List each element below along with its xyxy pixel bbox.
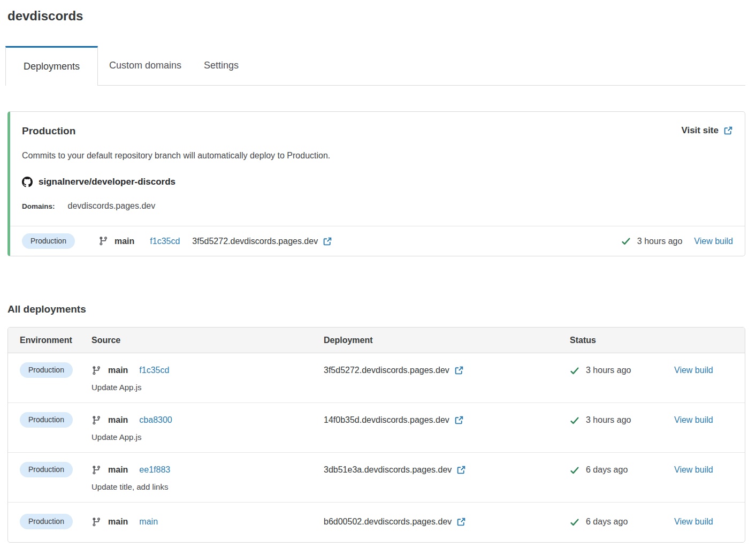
tab-bar: Deployments Custom domains Settings [5, 46, 745, 86]
production-card: Production Visit site Commits to your de… [7, 111, 745, 256]
column-header-environment: Environment [20, 336, 91, 345]
external-link-icon[interactable] [456, 517, 466, 527]
table-header: Environment Source Deployment Status [8, 328, 745, 353]
deployment-time: 3 hours ago [586, 414, 631, 427]
external-link-icon[interactable] [454, 366, 464, 375]
environment-badge: Production [22, 233, 75, 249]
check-icon [570, 366, 579, 375]
git-branch-icon [98, 236, 109, 246]
deployment-url[interactable]: 3f5d5272.devdiscords.pages.dev [192, 237, 318, 246]
column-header-status: Status [570, 336, 674, 345]
environment-badge: Production [20, 462, 73, 477]
check-icon [570, 518, 579, 527]
commit-link[interactable]: main [139, 515, 158, 528]
git-branch-icon [91, 465, 102, 475]
check-icon [570, 416, 579, 425]
deployment-url[interactable]: 14f0b35d.devdiscords.pages.dev [324, 414, 449, 427]
repository-link[interactable]: signalnerve/developer-discords [39, 177, 175, 187]
github-icon [22, 177, 33, 187]
commit-message: Update title, add links [91, 482, 324, 492]
view-build-link[interactable]: View build [674, 517, 713, 526]
deployment-time: 6 days ago [586, 463, 628, 476]
view-build-link[interactable]: View build [674, 415, 713, 424]
external-link-icon[interactable] [456, 465, 466, 475]
branch-name: main [114, 237, 134, 246]
domains-value: devdiscords.pages.dev [68, 201, 156, 211]
deployments-table: Environment Source Deployment Status Pro… [7, 327, 745, 543]
visit-site-label: Visit site [681, 125, 719, 136]
branch-name: main [108, 364, 128, 377]
table-row: Production main main b6d00502.devdiscord… [8, 502, 745, 542]
deployment-url[interactable]: 3f5d5272.devdiscords.pages.dev [324, 364, 449, 377]
branch-name: main [108, 414, 128, 427]
tab-settings[interactable]: Settings [193, 46, 250, 85]
external-link-icon[interactable] [454, 415, 464, 425]
branch-name: main [108, 515, 128, 528]
deployment-url[interactable]: b6d00502.devdiscords.pages.dev [324, 515, 452, 528]
environment-badge: Production [20, 362, 73, 378]
production-card-title: Production [22, 125, 75, 137]
domains-label: Domains: [22, 202, 55, 210]
tab-custom-domains[interactable]: Custom domains [98, 46, 193, 85]
commit-link[interactable]: f1c35cd [139, 364, 169, 377]
external-link-icon[interactable] [323, 237, 332, 246]
table-row: Production main f1c35cd Update App.js 3f… [8, 353, 745, 402]
view-build-link[interactable]: View build [674, 465, 713, 474]
commit-link[interactable]: ee1f883 [139, 463, 170, 476]
git-branch-icon [91, 366, 102, 376]
git-branch-icon [91, 415, 102, 425]
view-build-link[interactable]: View build [674, 366, 713, 375]
production-deployment-row: Production main f1c35cd 3f5d5272.devdisc… [10, 226, 745, 256]
git-branch-icon [91, 517, 102, 527]
branch-name: main [108, 463, 128, 476]
table-row: Production main ee1f883 Update title, ad… [8, 452, 745, 502]
column-header-deployment: Deployment [324, 336, 570, 345]
deployment-url[interactable]: 3db51e3a.devdiscords.pages.dev [324, 463, 452, 476]
all-deployments-title: All deployments [7, 303, 756, 315]
page-title: devdiscords [7, 9, 756, 24]
tab-deployments[interactable]: Deployments [5, 46, 98, 86]
deployment-time: 3 hours ago [586, 364, 631, 377]
environment-badge: Production [20, 412, 73, 428]
table-row: Production main cba8300 Update App.js 14… [8, 402, 745, 452]
visit-site-link[interactable]: Visit site [681, 125, 733, 136]
production-description: Commits to your default repository branc… [22, 151, 733, 161]
deployment-time: 6 days ago [586, 515, 628, 528]
external-link-icon [723, 126, 733, 135]
check-icon [570, 466, 579, 475]
deployment-time: 3 hours ago [637, 237, 683, 246]
environment-badge: Production [20, 514, 73, 529]
commit-message: Update App.js [91, 432, 324, 443]
commit-link[interactable]: f1c35cd [150, 237, 180, 246]
commit-message: Update App.js [91, 382, 324, 393]
view-build-link[interactable]: View build [694, 237, 733, 246]
check-icon [621, 237, 631, 246]
column-header-source: Source [91, 336, 324, 345]
commit-link[interactable]: cba8300 [139, 414, 172, 427]
